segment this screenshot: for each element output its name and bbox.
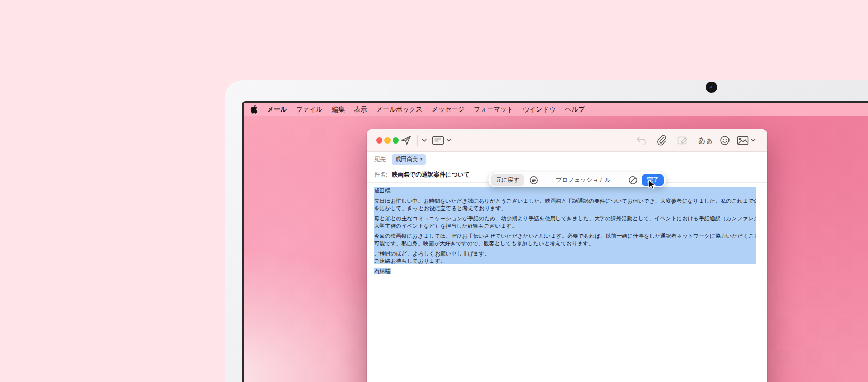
- menu-item[interactable]: ファイル: [291, 105, 327, 114]
- body-line: 今回の映画祭におきましては、ぜひお手伝いさせていただきたいと思います。必要であれ…: [374, 232, 756, 240]
- tone-label: プロフェッショナル: [538, 176, 628, 184]
- menu-item[interactable]: ウインドウ: [518, 105, 561, 114]
- minimize-button[interactable]: [384, 137, 391, 144]
- send-icon[interactable]: [400, 134, 412, 147]
- menu-item[interactable]: フォーマット: [469, 105, 518, 114]
- to-label: 宛先:: [374, 155, 388, 163]
- rewrite-icon[interactable]: [628, 176, 638, 185]
- subject-text: 映画祭での通訳案件について: [392, 171, 470, 179]
- menu-item[interactable]: メール: [262, 105, 291, 114]
- apple-menu-icon[interactable]: [250, 105, 258, 114]
- recipient-chevron-icon: ▾: [420, 157, 422, 162]
- menu-item[interactable]: メールボックス: [371, 105, 427, 114]
- photo-browser-icon[interactable]: [737, 135, 749, 146]
- format-text-button[interactable]: あぁ: [698, 136, 714, 145]
- menu-item[interactable]: 編集: [327, 105, 349, 114]
- markup-icon: [677, 135, 688, 146]
- menu-bar: メールファイル編集表示メールボックスメッセージフォーマットウインドウヘルプ: [244, 103, 868, 116]
- zoom-button[interactable]: [393, 137, 399, 144]
- menu-item[interactable]: 表示: [349, 105, 371, 114]
- mouse-cursor: [648, 180, 657, 190]
- recipient-name: 成田尚美: [395, 155, 418, 163]
- body-line: 先日はお忙しい中、お時間をいただき誠にありがとうございました。映画祭と手話通訳の…: [374, 197, 756, 204]
- body-line: 可能です。私自身、映画が大好きですので、観客としても参加したいと考えております。: [374, 240, 756, 247]
- menu-item[interactable]: ヘルプ: [561, 105, 590, 114]
- body-line: 大学主催のイベントなど）を担当した経験もございます。: [374, 222, 756, 229]
- toolbar-divider: [417, 135, 418, 146]
- body-line: 成田様: [374, 187, 756, 194]
- header-fields-chevron-icon[interactable]: [446, 138, 452, 142]
- body-line: を活かして、きっとお役に立てると考えております。: [374, 204, 756, 212]
- revert-button[interactable]: 元に戻す: [491, 174, 524, 186]
- photo-browser-chevron-icon[interactable]: [751, 138, 756, 142]
- body-line: 石綿桂: [374, 267, 756, 275]
- compose-toolbar: あぁ: [367, 129, 767, 152]
- mail-compose-window: あぁ 宛先: 成田尚美: [367, 129, 767, 382]
- header-fields-icon[interactable]: [432, 135, 444, 146]
- attachment-icon[interactable]: [656, 134, 668, 147]
- subject-label: 件名:: [374, 171, 388, 179]
- desktop-wallpaper: メールファイル編集表示メールボックスメッセージフォーマットウインドウヘルプ: [244, 103, 868, 382]
- writing-tools-bar: 元に戻す プロフェッショナル 完了: [488, 172, 667, 187]
- undo-icon: [636, 135, 647, 146]
- page-background: メールファイル編集表示メールボックスメッセージフォーマットウインドウヘルプ: [0, 0, 868, 382]
- emoji-icon[interactable]: [719, 135, 731, 146]
- body-line: 母と弟との主なコミュニケーションが手話のため、幼少期より手話を使用してきました。…: [374, 215, 756, 222]
- to-row[interactable]: 宛先: 成田尚美 ▾: [367, 152, 767, 167]
- body-line: ご検討のほど、よろしくお願い申し上げます。: [374, 250, 756, 257]
- recipient-chip[interactable]: 成田尚美 ▾: [392, 154, 426, 165]
- send-options-chevron-icon[interactable]: [421, 138, 427, 143]
- writing-tools-icon[interactable]: [529, 176, 538, 185]
- mail-body[interactable]: 成田様先日はお忙しい中、お時間をいただき誠にありがとうございました。映画祭と手話…: [374, 183, 756, 382]
- menu-item[interactable]: メッセージ: [427, 105, 470, 114]
- close-button[interactable]: [376, 137, 382, 144]
- facetime-camera: [706, 82, 717, 93]
- body-line: ご連絡お待ちしております。: [374, 257, 756, 264]
